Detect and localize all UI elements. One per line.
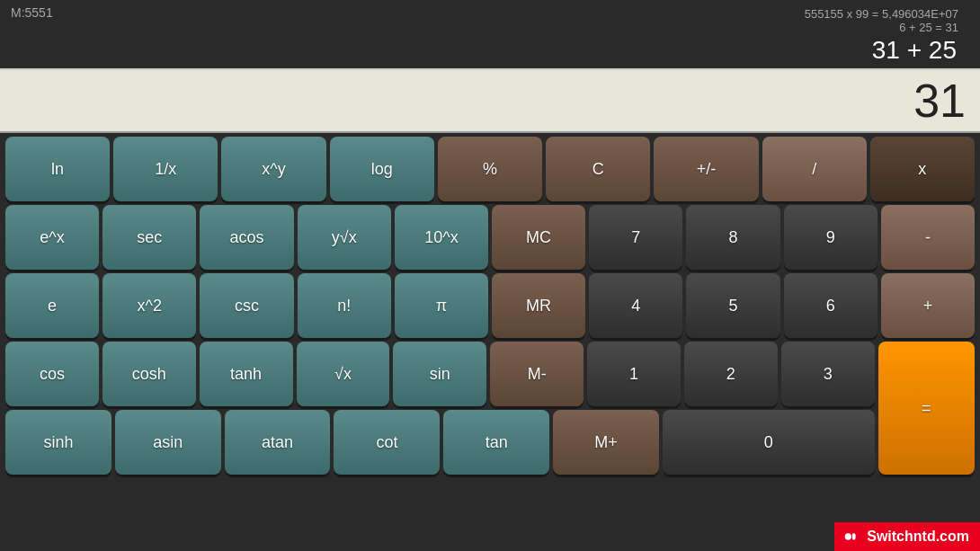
key-e-button[interactable]: e: [5, 273, 99, 338]
key-6-button[interactable]: 6: [784, 273, 878, 338]
key-atan-button[interactable]: atan: [225, 410, 331, 475]
history-area: 555155 x 99 = 5,496034E+07 6 + 25 = 31: [11, 5, 969, 34]
main-display-value: 31: [913, 74, 966, 128]
key--button[interactable]: /: [762, 137, 867, 201]
key-ln-button[interactable]: ln: [5, 137, 110, 201]
svg-rect-2: [852, 533, 856, 539]
key-sec-button[interactable]: sec: [102, 205, 196, 270]
key-m-button[interactable]: M-: [490, 342, 584, 406]
equals-button[interactable]: =: [878, 342, 975, 475]
key-2-button[interactable]: 2: [684, 342, 778, 406]
key-1-button[interactable]: 1: [587, 342, 681, 406]
history-line1: 555155 x 99 = 5,496034E+07: [11, 7, 958, 21]
key-acos-button[interactable]: acos: [200, 205, 293, 270]
switchntd-icon: [842, 527, 861, 547]
key-sin-button[interactable]: sin: [393, 342, 486, 406]
key-mc-button[interactable]: MC: [492, 205, 585, 270]
history-line2: 6 + 25 = 31: [11, 21, 958, 34]
key-3-button[interactable]: 3: [781, 342, 875, 406]
key-csc-button[interactable]: csc: [200, 273, 293, 338]
key-x-button[interactable]: √x: [297, 342, 390, 406]
key-row-4: sinhasinatancottanM+0: [5, 410, 875, 475]
key-ex-button[interactable]: e^x: [5, 205, 99, 270]
display-area: M:5551 555155 x 99 = 5,496034E+07 6 + 25…: [0, 0, 980, 68]
memory-label: M:5551: [11, 5, 53, 20]
key-8-button[interactable]: 8: [686, 205, 780, 270]
key--button[interactable]: +: [881, 273, 975, 338]
key-9-button[interactable]: 9: [784, 205, 878, 270]
key-asin-button[interactable]: asin: [115, 410, 221, 475]
key-tan-button[interactable]: tan: [443, 410, 549, 475]
svg-point-1: [845, 533, 851, 539]
key-mr-button[interactable]: MR: [492, 273, 585, 338]
key-row-1: e^xsecacosy√x10^xMC789-: [5, 205, 975, 270]
key-log-button[interactable]: log: [330, 137, 434, 201]
key-7-button[interactable]: 7: [589, 205, 682, 270]
key-n-button[interactable]: n!: [298, 273, 391, 338]
key-cos-button[interactable]: cos: [5, 342, 99, 406]
key-0-button[interactable]: 0: [663, 410, 875, 475]
key-4-button[interactable]: 4: [589, 273, 682, 338]
key-tanh-button[interactable]: tanh: [200, 342, 293, 406]
key--button[interactable]: +/-: [654, 137, 758, 201]
key-sinh-button[interactable]: sinh: [5, 410, 111, 475]
key-10x-button[interactable]: 10^x: [395, 205, 488, 270]
key-row-2: ex^2cscn!πMR456+: [5, 273, 975, 338]
key-x2-button[interactable]: x^2: [102, 273, 196, 338]
main-display: 31: [0, 68, 980, 133]
brand-bar: Switchntd.com: [834, 522, 980, 551]
brand-text: Switchntd.com: [867, 529, 969, 545]
key--button[interactable]: π: [395, 273, 488, 338]
key--button[interactable]: -: [881, 205, 975, 270]
key-cot-button[interactable]: cot: [334, 410, 440, 475]
key-row-3: coscoshtanh√xsinM-123: [5, 342, 875, 406]
key-cosh-button[interactable]: cosh: [102, 342, 196, 406]
key-1x-button[interactable]: 1/x: [113, 137, 218, 201]
bottom-left: coscoshtanh√xsinM-123sinhasinatancottanM…: [5, 342, 875, 475]
keyboard: ln1/xx^ylog%C+/-/xe^xsecacosy√x10^xMC789…: [0, 133, 980, 478]
key-xy-button[interactable]: x^y: [221, 137, 325, 201]
key-5-button[interactable]: 5: [686, 273, 780, 338]
current-expression: 31 + 25: [11, 34, 969, 65]
bottom-section: coscoshtanh√xsinM-123sinhasinatancottanM…: [5, 342, 975, 475]
key-row-0: ln1/xx^ylog%C+/-/x: [5, 137, 975, 201]
key-m-button[interactable]: M+: [553, 410, 659, 475]
key-c-button[interactable]: C: [546, 137, 650, 201]
key-x-button[interactable]: x: [870, 137, 975, 201]
key-yx-button[interactable]: y√x: [298, 205, 391, 270]
key--button[interactable]: %: [438, 137, 542, 201]
